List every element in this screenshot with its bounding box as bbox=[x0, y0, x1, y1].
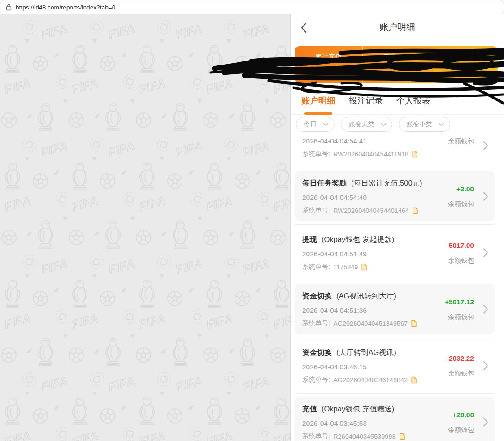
transaction-list[interactable]: 2026-04-04 04:54:41 系统单号: RW202604040454… bbox=[291, 134, 501, 441]
chevron-right-icon[interactable] bbox=[483, 141, 488, 151]
transaction-datetime: 2026-04-04 04:54:41 bbox=[302, 137, 431, 145]
copy-icon[interactable] bbox=[411, 320, 417, 327]
order-label: 系统单号: bbox=[302, 150, 330, 158]
transaction-row-wrap: 2026-04-04 04:54:41 系统单号: RW202604040454… bbox=[295, 134, 495, 168]
transaction-row-wrap: 充值(Okpay钱包 充值赠送) 2026-04-04 03:45:53 系统单… bbox=[295, 393, 495, 441]
tab-personal-report[interactable]: 个人报表 bbox=[396, 95, 430, 108]
transaction-row-wrap: 每日任务奖励(每日累计充值:500元) 2026-04-04 04:54:40 … bbox=[295, 168, 495, 224]
transaction-type: 提现 bbox=[302, 235, 317, 243]
transaction-row-wrap: 提现(Okpay钱包 发起提款) 2026-04-04 04:51:49 系统单… bbox=[295, 224, 495, 281]
wallet-label: 余额钱包 bbox=[448, 369, 474, 378]
transaction-row[interactable]: 2026-04-04 04:54:41 系统单号: RW202604040454… bbox=[295, 134, 495, 165]
filter-date-dropdown[interactable]: 今日 bbox=[296, 117, 335, 132]
order-label: 系统单号: bbox=[302, 376, 330, 384]
order-label: 系统单号: bbox=[302, 432, 330, 441]
chevron-right-icon[interactable] bbox=[483, 417, 488, 427]
filter-category-minor-dropdown[interactable]: 账变小类 bbox=[399, 117, 450, 132]
lock-icon bbox=[6, 4, 12, 11]
fifa-watermark-background: FIFA bbox=[0, 14, 291, 441]
transaction-datetime: 2026-04-04 03:45:53 bbox=[302, 419, 431, 428]
url-text[interactable]: https://ld48.com/reports/index?tab=0 bbox=[16, 4, 115, 11]
transaction-amount: +5017.12 bbox=[445, 298, 474, 306]
transaction-row[interactable]: 充值(Okpay钱包 充值赠送) 2026-04-04 03:45:53 系统单… bbox=[295, 397, 495, 441]
wallet-label: 余额钱包 bbox=[448, 137, 474, 146]
transaction-subtitle: (Okpay钱包 发起提款) bbox=[322, 235, 394, 243]
chevron-right-icon[interactable] bbox=[483, 191, 488, 201]
transaction-subtitle: (AG视讯转到大厅) bbox=[336, 292, 396, 300]
order-number: RW202604040454401464 bbox=[333, 207, 409, 214]
account-detail-panel: 账户明细 累计充值 累计提现 累计领取 账户明细 投注记录 个人报表 今日 bbox=[291, 14, 504, 441]
panel-header: 账户明细 bbox=[291, 14, 504, 40]
copy-icon[interactable] bbox=[412, 151, 418, 158]
order-number: AG202604040451349567 bbox=[333, 320, 408, 327]
chevron-left-icon bbox=[300, 22, 307, 34]
page-title: 账户明细 bbox=[379, 21, 415, 33]
transaction-subtitle: (Okpay钱包 充值赠送) bbox=[322, 405, 394, 413]
transaction-datetime: 2026-04-04 04:51:36 bbox=[302, 307, 431, 315]
order-number: 1175849 bbox=[333, 264, 358, 271]
summary-total-deposit: 累计充值 bbox=[295, 46, 362, 83]
transaction-row-wrap: 资金切换(大厅转到AG视讯) 2026-04-04 03:46:15 系统单号:… bbox=[295, 337, 495, 393]
transaction-amount: -5017.00 bbox=[447, 242, 474, 250]
scrollbar[interactable] bbox=[501, 134, 501, 441]
transaction-datetime: 2026-04-04 03:46:15 bbox=[302, 363, 431, 371]
order-number: RW202604040454411918 bbox=[333, 151, 408, 158]
summary-total-claimed: 累计领取 bbox=[430, 46, 498, 83]
copy-icon[interactable] bbox=[361, 264, 367, 271]
report-tabs: 账户明细 投注记录 个人报表 bbox=[291, 88, 504, 115]
transaction-type: 充值 bbox=[302, 405, 317, 413]
transaction-row[interactable]: 资金切换(大厅转到AG视讯) 2026-04-04 03:46:15 系统单号:… bbox=[295, 340, 495, 391]
tab-account-detail[interactable]: 账户明细 bbox=[301, 95, 335, 108]
tab-bet-records[interactable]: 投注记录 bbox=[349, 95, 383, 108]
filter-bar: 今日 账变大类 账变小类 bbox=[291, 115, 504, 134]
order-number: AG202604040346148842 bbox=[333, 376, 408, 384]
order-label: 系统单号: bbox=[302, 263, 330, 271]
order-label: 系统单号: bbox=[302, 206, 330, 215]
transaction-datetime: 2026-04-04 04:51:49 bbox=[302, 250, 431, 258]
chevron-down-icon bbox=[439, 123, 444, 126]
summary-banner: 累计充值 累计提现 累计领取 bbox=[295, 46, 498, 83]
transaction-amount: +2.00 bbox=[456, 185, 474, 193]
transaction-row[interactable]: 提现(Okpay钱包 发起提款) 2026-04-04 04:51:49 系统单… bbox=[295, 227, 495, 278]
transaction-subtitle: (大厅转到AG视讯) bbox=[336, 348, 396, 356]
copy-icon[interactable] bbox=[411, 376, 417, 384]
transaction-row-wrap: 资金切换(AG视讯转到大厅) 2026-04-04 04:51:36 系统单号:… bbox=[295, 281, 495, 337]
back-button[interactable] bbox=[300, 22, 312, 34]
order-number: R2604040345539998 bbox=[333, 433, 396, 440]
chevron-down-icon bbox=[381, 123, 387, 126]
chevron-right-icon[interactable] bbox=[483, 361, 488, 371]
transaction-subtitle: (每日累计充值:500元) bbox=[351, 179, 422, 187]
transaction-type: 资金切换 bbox=[302, 292, 332, 300]
chevron-right-icon[interactable] bbox=[483, 304, 488, 314]
transaction-amount: +20.00 bbox=[452, 411, 474, 419]
chevron-down-icon bbox=[323, 123, 329, 126]
wallet-label: 余额钱包 bbox=[448, 313, 474, 321]
transaction-type: 资金切换 bbox=[302, 348, 332, 356]
transaction-amount: -2032.22 bbox=[447, 355, 474, 363]
wallet-label: 余额钱包 bbox=[448, 426, 474, 434]
browser-address-bar[interactable]: https://ld48.com/reports/index?tab=0 bbox=[0, 0, 504, 14]
transaction-datetime: 2026-04-04 04:54:40 bbox=[302, 194, 431, 202]
wallet-label: 余额钱包 bbox=[448, 200, 474, 208]
copy-icon[interactable] bbox=[399, 433, 405, 440]
transaction-row[interactable]: 资金切换(AG视讯转到大厅) 2026-04-04 04:51:36 系统单号:… bbox=[295, 284, 495, 334]
filter-category-major-dropdown[interactable]: 账变大类 bbox=[341, 117, 392, 132]
chevron-right-icon[interactable] bbox=[483, 248, 488, 258]
copy-icon[interactable] bbox=[412, 207, 418, 214]
order-label: 系统单号: bbox=[302, 319, 330, 328]
transaction-row[interactable]: 每日任务奖励(每日累计充值:500元) 2026-04-04 04:54:40 … bbox=[295, 171, 495, 221]
summary-total-withdraw: 累计提现 bbox=[362, 46, 430, 83]
transaction-type: 每日任务奖励 bbox=[302, 179, 347, 187]
wallet-label: 余额钱包 bbox=[448, 256, 474, 265]
